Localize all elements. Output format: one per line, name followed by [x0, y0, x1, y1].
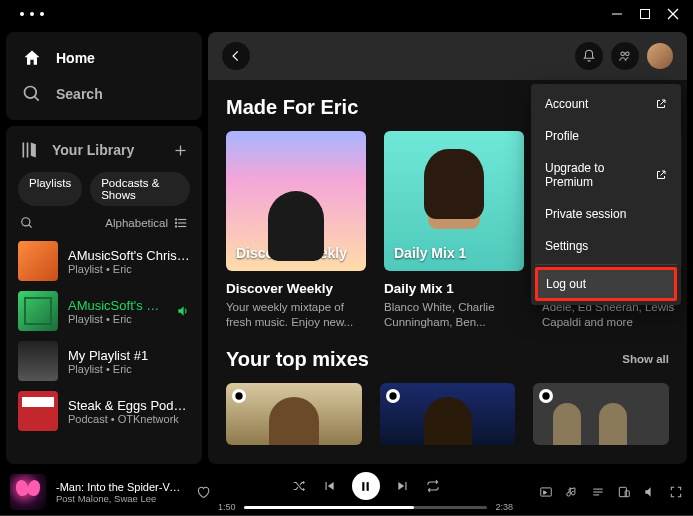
library-item-title: AMusicSoft's Pla...: [68, 298, 166, 313]
spotify-badge-icon: [539, 389, 553, 403]
next-icon[interactable]: [396, 479, 410, 493]
svg-point-22: [543, 392, 550, 399]
connect-device-icon[interactable]: [617, 485, 631, 499]
library-item[interactable]: Steak & Eggs PodcastPodcast • OTKnetwork: [16, 386, 192, 436]
external-link-icon: [655, 169, 667, 181]
podcast-art: [18, 391, 58, 431]
nav-home-label: Home: [56, 50, 95, 66]
now-playing-artist[interactable]: Post Malone, Swae Lee: [56, 493, 186, 504]
section-heading-top-mixes: Your top mixes: [226, 348, 369, 371]
svg-line-11: [29, 225, 32, 228]
card-art: Discover Weekly: [226, 131, 366, 271]
card-overlay: Daily Mix 1: [394, 245, 466, 261]
shuffle-icon[interactable]: [292, 479, 306, 493]
list-icon: [174, 216, 188, 230]
svg-rect-23: [362, 482, 364, 491]
now-playing-title[interactable]: -Man: Into the Spider-Verse: [56, 481, 186, 493]
library-item[interactable]: AMusicSoft's Pla...Playlist • Eric: [16, 286, 192, 336]
svg-rect-30: [625, 491, 629, 497]
card-art: Daily Mix 1: [384, 131, 524, 271]
card-title: Daily Mix 1: [384, 281, 524, 296]
chip-podcasts[interactable]: Podcasts & Shows: [90, 172, 190, 206]
library-item-title: My Playlist #1: [68, 348, 190, 363]
progress-bar[interactable]: [244, 506, 488, 509]
library-sort[interactable]: Alphabetical: [105, 216, 188, 230]
menu-private-session[interactable]: Private session: [535, 198, 677, 230]
friend-activity-button[interactable]: [611, 42, 639, 70]
library-item-title: Steak & Eggs Podcast: [68, 398, 190, 413]
repeat-icon[interactable]: [426, 479, 440, 493]
card-subtitle: Your weekly mixtape of fresh music. Enjo…: [226, 300, 366, 330]
playlist-art: [18, 341, 58, 381]
nav-home[interactable]: Home: [16, 40, 192, 76]
svg-rect-7: [27, 143, 29, 158]
queue-icon[interactable]: [591, 485, 605, 499]
close-icon[interactable]: [667, 8, 679, 20]
card-subtitle: Blanco White, Charlie Cunningham, Ben...: [384, 300, 524, 330]
spotify-badge-icon: [232, 389, 246, 403]
library-item-subtitle: Playlist • Eric: [68, 263, 190, 275]
fullscreen-icon[interactable]: [669, 485, 683, 499]
svg-rect-1: [641, 10, 650, 19]
like-icon[interactable]: [196, 485, 210, 499]
titlebar: [0, 0, 693, 28]
svg-rect-6: [23, 143, 25, 158]
menu-profile[interactable]: Profile: [535, 120, 677, 152]
svg-point-4: [25, 87, 37, 99]
app-menu-dots[interactable]: [8, 12, 44, 16]
library-item[interactable]: My Playlist #1Playlist • Eric: [16, 336, 192, 386]
mix-card[interactable]: [226, 383, 362, 445]
card-overlay: Discover Weekly: [236, 245, 347, 261]
external-link-icon: [655, 98, 667, 110]
nav-search-label: Search: [56, 86, 103, 102]
menu-logout[interactable]: Log out: [535, 267, 677, 301]
svg-point-21: [389, 392, 396, 399]
volume-icon[interactable]: [643, 485, 657, 499]
menu-account[interactable]: Account: [535, 88, 677, 120]
notifications-button[interactable]: [575, 42, 603, 70]
library-item[interactable]: AMusicSoft's Christmas...Playlist • Eric: [16, 236, 192, 286]
svg-point-16: [175, 222, 176, 223]
library-item-subtitle: Podcast • OTKnetwork: [68, 413, 190, 425]
svg-point-18: [621, 52, 625, 56]
your-library-label: Your Library: [52, 142, 134, 158]
back-button[interactable]: [222, 42, 250, 70]
home-icon: [22, 48, 42, 68]
svg-line-5: [35, 97, 39, 101]
svg-point-20: [235, 392, 242, 399]
menu-upgrade[interactable]: Upgrade to Premium: [535, 152, 677, 198]
playlist-art: [18, 241, 58, 281]
library-search-icon[interactable]: [20, 216, 34, 230]
nav-search[interactable]: Search: [16, 76, 192, 112]
play-pause-button[interactable]: [352, 472, 380, 500]
maximize-icon[interactable]: [639, 8, 651, 20]
player-bar: -Man: Into the Spider-Verse Post Malone,…: [0, 468, 693, 516]
user-avatar[interactable]: [647, 43, 673, 69]
library-sort-label: Alphabetical: [105, 217, 168, 229]
elapsed-time: 1:50: [218, 502, 236, 512]
svg-rect-24: [367, 482, 369, 491]
show-all-link[interactable]: Show all: [622, 353, 669, 365]
lyrics-icon[interactable]: [565, 485, 579, 499]
card-discover-weekly[interactable]: Discover Weekly Discover Weekly Your wee…: [226, 131, 366, 330]
previous-icon[interactable]: [322, 479, 336, 493]
playlist-art: [18, 291, 58, 331]
chip-playlists[interactable]: Playlists: [18, 172, 82, 206]
svg-point-17: [175, 226, 176, 227]
plus-icon[interactable]: [173, 143, 188, 158]
card-daily-mix-1[interactable]: Daily Mix 1 Daily Mix 1 Blanco White, Ch…: [384, 131, 524, 330]
now-playing-view-icon[interactable]: [539, 485, 553, 499]
svg-point-15: [175, 219, 176, 220]
your-library-toggle[interactable]: Your Library: [20, 140, 134, 160]
user-menu: Account Profile Upgrade to Premium Priva…: [531, 84, 681, 305]
spotify-badge-icon: [386, 389, 400, 403]
library-item-subtitle: Playlist • Eric: [68, 313, 166, 325]
library-item-title: AMusicSoft's Christmas...: [68, 248, 190, 263]
minimize-icon[interactable]: [611, 8, 623, 20]
mix-card[interactable]: [533, 383, 669, 445]
menu-settings[interactable]: Settings: [535, 230, 677, 262]
now-playing-art[interactable]: [10, 474, 46, 510]
topbar: [208, 32, 687, 80]
mix-card[interactable]: [380, 383, 516, 445]
total-time: 2:38: [495, 502, 513, 512]
